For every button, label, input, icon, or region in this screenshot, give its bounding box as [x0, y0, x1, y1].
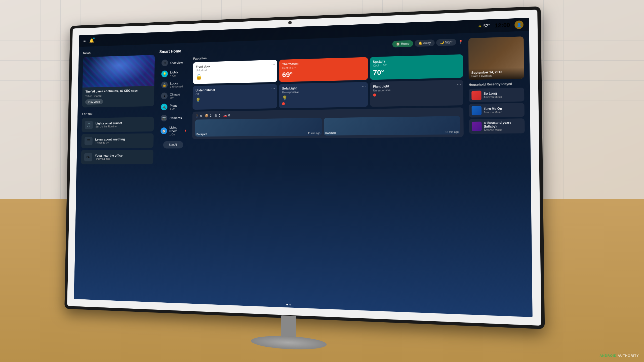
- routine-icon: 🎵: [85, 121, 93, 129]
- music-source: Amazon Music: [484, 95, 502, 99]
- screen: ≡ 🔔 ☀ 52° 12:00 👤: [74, 18, 533, 317]
- music-info: So Long Amazon Music: [484, 92, 502, 99]
- for-you-item-title: Lights on at sunset: [95, 121, 122, 125]
- device-card-thermostat[interactable]: Thermostat Heat to 67° 69°: [279, 57, 368, 82]
- error-indicator: [373, 94, 376, 97]
- nav-item-climate[interactable]: 🌡 Climate 69°: [159, 90, 189, 102]
- household-section: Household Recently Played So Long Amazon…: [469, 82, 525, 135]
- music-item-turnmeon[interactable]: Turn Me On Amazon Music: [469, 103, 525, 118]
- camera-thumb-backyard[interactable]: Backyard 11 min ago: [195, 118, 322, 137]
- lights-icon: 💡: [161, 70, 168, 77]
- living-room-icon: 🏠: [160, 127, 167, 134]
- location-icon[interactable]: 📍: [458, 40, 463, 44]
- lock-icon: 🔓: [196, 72, 274, 80]
- learn-icon: ☰: [85, 137, 93, 145]
- topbar-left: ≡ 🔔: [83, 38, 94, 43]
- mode-home-button[interactable]: 🏠 Home: [392, 40, 413, 48]
- device-card-under-cabinet[interactable]: Under Cabinet Off ⋯ 💡: [192, 84, 277, 110]
- music-item-solong[interactable]: So Long Amazon Music: [469, 88, 524, 103]
- music-thumb-turnmeon: [472, 106, 482, 115]
- camera-bump: [288, 21, 292, 24]
- topbar-right: ☀ 52° 12:00 👤: [478, 20, 524, 30]
- mode-buttons: 🏠 Home 🔔 Away 🌙 Night: [392, 39, 456, 48]
- see-all-button[interactable]: See All: [163, 141, 183, 148]
- pagination-dot-2[interactable]: [289, 304, 291, 305]
- device-more-icon[interactable]: ⋯: [271, 86, 275, 91]
- device-card-upstairs[interactable]: Upstairs Cool to 66° 70°: [370, 54, 463, 80]
- nav-list: ⊞ Overview 💡 Lights 4 On: [158, 57, 189, 138]
- pagination-dot-1[interactable]: [286, 304, 288, 305]
- play-video-button[interactable]: Play Video: [85, 99, 103, 105]
- locks-icon: 🔒: [161, 81, 168, 88]
- news-source: Yahoo Finance: [85, 93, 151, 98]
- camera-thumb-doorbell[interactable]: Doorbell 15 min ago: [324, 116, 460, 135]
- stat-packages: 📦 2: [205, 114, 212, 118]
- device-more-icon[interactable]: ⋯: [362, 84, 366, 89]
- music-title: So Long: [484, 92, 502, 96]
- user-avatar[interactable]: 👤: [514, 20, 524, 29]
- right-panel: September 14, 2013 From Favorites Househ…: [468, 36, 527, 305]
- list-item[interactable]: 🛍 Yoga near the office Find your zen: [81, 150, 153, 164]
- stat-people: 🚶 9: [195, 114, 202, 118]
- news-content: The 'AI game continues,' IG CEO says Yah…: [82, 86, 154, 108]
- nav-item-overview[interactable]: ⊞ Overview: [159, 57, 189, 68]
- stand-neck: [281, 315, 296, 339]
- device-more-icon[interactable]: ⋯: [457, 82, 461, 87]
- devices-area: Favorites Front door Unlocked ⋯ 🔓: [190, 48, 465, 303]
- nav-item-living-room[interactable]: 🏠 Living Room 1 On: [158, 124, 189, 138]
- plugs-icon: 🔌: [161, 104, 167, 110]
- nav-item-lights[interactable]: 💡 Lights 4 On: [159, 68, 189, 79]
- mode-night-button[interactable]: 🌙 Night: [436, 39, 456, 46]
- trash-icon: 🗑: [214, 114, 217, 117]
- smarthome-title: Smart Home: [159, 49, 181, 54]
- camera-thumbnails: Backyard 11 min ago Doorbell 15 min ago: [195, 116, 460, 137]
- household-section-title: Household Recently Played: [469, 82, 524, 86]
- for-you-section: For You 🎵 Lights on at sunset Set Up thi…: [81, 111, 154, 166]
- music-source: Amazon Music: [484, 111, 502, 114]
- music-info: a thousand years (lullaby) Amazon Music: [484, 121, 522, 131]
- watermark: ANDROID AUTHORITY: [599, 354, 639, 357]
- for-you-item-title: Yoga near the office: [95, 154, 123, 158]
- device-card-front-door[interactable]: Front door Unlocked ⋯ 🔓: [193, 60, 277, 84]
- stat-vehicles: 🚗 0: [223, 113, 230, 117]
- clock: 12:00: [495, 22, 510, 29]
- nav-item-plugs[interactable]: 🔌 Plugs 1 On: [158, 101, 189, 112]
- device-card-plant-light[interactable]: Plant Light Unresponsive ⋯: [370, 80, 463, 107]
- cameras-icon: 📷: [161, 115, 167, 121]
- list-item[interactable]: 🎵 Lights on at sunset Set Up this Routin…: [82, 117, 154, 132]
- nav-item-locks[interactable]: 🔒 Locks 1 Unlocked: [159, 79, 189, 90]
- mode-away-button[interactable]: 🔔 Away: [415, 39, 434, 47]
- news-image-lights: [83, 55, 155, 87]
- error-indicator: [282, 102, 285, 105]
- for-you-title: For You: [82, 111, 154, 116]
- doorbell-feed: [324, 116, 460, 135]
- smarthome-panel: Smart Home 🏠 Home 🔔 Away 🌙 Night 📍: [151, 38, 470, 303]
- bell-notification-dot: [93, 37, 94, 39]
- news-card[interactable]: The 'AI game continues,' IG CEO says Yah…: [82, 55, 155, 107]
- for-you-item-subtitle: Set Up this Routine: [95, 125, 122, 128]
- news-section: News The 'AI game continues,' IG CEO say…: [82, 49, 155, 108]
- music-info: Turn Me On Amazon Music: [484, 107, 502, 114]
- left-panel: News The 'AI game continues,' IG CEO say…: [78, 49, 155, 292]
- stat-trash: 🗑 0: [214, 114, 220, 117]
- list-item[interactable]: ☰ Learn about anything Things to try: [81, 133, 154, 148]
- weather-info: ☀ 52°: [478, 23, 490, 29]
- device-card-sofa-light[interactable]: Sofa Light Unresponsive ⋯ 💡: [279, 82, 368, 108]
- device-grid: Front door Unlocked ⋯ 🔓 Thermostat Heat …: [192, 54, 463, 110]
- bulb-icon: 💡: [282, 94, 365, 101]
- news-image: [83, 55, 155, 87]
- music-item-thousand-years[interactable]: a thousand years (lullaby) Amazon Music: [469, 118, 525, 134]
- news-section-title: News: [83, 49, 155, 55]
- hamburger-icon[interactable]: ≡: [83, 38, 86, 43]
- nav-item-cameras[interactable]: 📷 Cameras: [158, 112, 189, 123]
- amazon-photos-card[interactable]: September 14, 2013 From Favorites: [468, 36, 524, 80]
- music-title: Turn Me On: [484, 107, 502, 111]
- device-more-icon[interactable]: ⋯: [271, 62, 275, 67]
- climate-icon: 🌡: [161, 93, 168, 99]
- for-you-item-subtitle: Find your zen: [95, 157, 123, 160]
- watermark-brand: ANDROID: [599, 354, 617, 357]
- for-you-item-text: Yoga near the office Find your zen: [95, 154, 123, 160]
- monitor-bezel: ≡ 🔔 ☀ 52° 12:00 👤: [67, 10, 541, 326]
- bulb-icon: 💡: [195, 96, 274, 103]
- bell-icon[interactable]: 🔔: [89, 38, 94, 43]
